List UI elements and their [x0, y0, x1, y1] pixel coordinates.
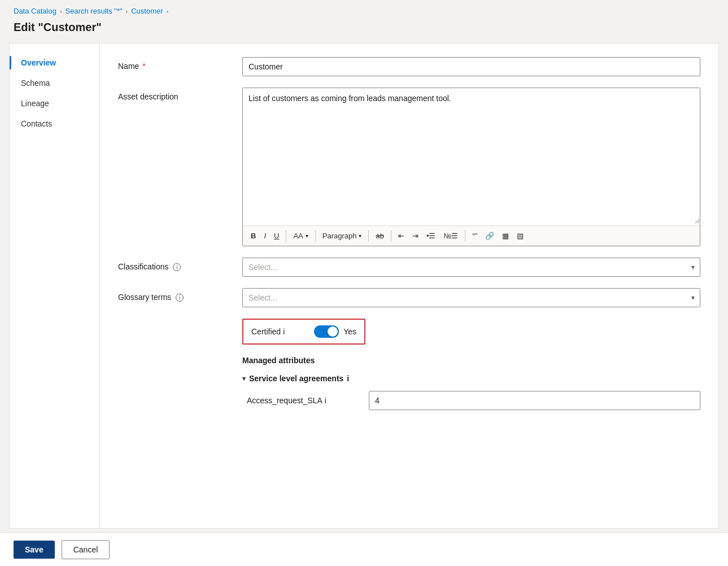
sla-row: Access_request_SLA i — [242, 391, 700, 410]
toolbar-divider-2 — [315, 230, 316, 242]
name-label: Name * — [118, 57, 242, 71]
classifications-field: Select... ▾ — [242, 258, 700, 277]
breadcrumb-data-catalog[interactable]: Data Catalog — [14, 7, 56, 15]
certified-info-icon[interactable]: i — [283, 327, 285, 336]
name-row: Name * — [118, 57, 700, 76]
toolbar-divider-4 — [391, 230, 391, 242]
classifications-row: Classifications i Select... ▾ — [118, 258, 700, 277]
sidebar-item-lineage[interactable]: Lineage — [10, 93, 99, 114]
main-container: Overview Schema Lineage Contacts Name * … — [9, 43, 719, 529]
sidebar-item-schema[interactable]: Schema — [10, 73, 99, 93]
breadcrumb-chevron-3: › — [167, 8, 169, 15]
access-request-sla-label: Access_request_SLA i — [247, 396, 360, 405]
toolbar-divider-5 — [465, 230, 465, 242]
toolbar-divider-1 — [286, 230, 286, 242]
toolbar-strikethrough[interactable]: ab — [372, 229, 387, 242]
sla-section: ▾ Service level agreements i Access_requ… — [118, 374, 700, 410]
classifications-label: Classifications i — [118, 258, 242, 271]
required-asterisk: * — [140, 62, 145, 71]
toolbar-outdent[interactable]: ⇤ — [395, 229, 408, 242]
breadcrumb-customer[interactable]: Customer — [131, 7, 163, 15]
description-label: Asset description — [118, 88, 242, 101]
classifications-select[interactable]: Select... — [242, 258, 700, 277]
save-button[interactable]: Save — [14, 541, 55, 559]
toolbar-indent[interactable]: ⇥ — [409, 229, 422, 242]
sidebar-item-overview[interactable]: Overview — [10, 53, 99, 73]
certified-label: Certified — [251, 327, 281, 336]
toolbar-insert-image[interactable]: ▦ — [499, 229, 512, 242]
breadcrumb-chevron-2: › — [126, 8, 128, 15]
toolbar-insert-table[interactable]: ▧ — [513, 229, 527, 242]
toolbar-numbered-list[interactable]: №☰ — [441, 229, 462, 242]
toolbar-bullet-list[interactable]: •☰ — [423, 229, 439, 242]
certified-yes-label: Yes — [343, 327, 356, 336]
name-input[interactable] — [242, 57, 700, 76]
glossary-terms-info-icon[interactable]: i — [176, 294, 184, 302]
classifications-info-icon[interactable]: i — [173, 263, 181, 271]
breadcrumb: Data Catalog › Search results "*" › Cust… — [0, 0, 728, 19]
sla-heading[interactable]: ▾ Service level agreements i — [242, 374, 700, 383]
sla-chevron-icon: ▾ — [242, 375, 246, 382]
toolbar-quote[interactable]: “” — [469, 229, 481, 242]
classifications-select-wrapper: Select... ▾ — [242, 258, 700, 277]
glossary-terms-label: Glossary terms i — [118, 288, 242, 302]
name-field — [242, 57, 700, 76]
certified-row: Certified i Yes — [118, 319, 700, 345]
certified-spacer — [118, 329, 242, 334]
page-title: Edit "Customer" — [0, 19, 728, 43]
toolbar-font-size[interactable]: AA ▾ — [290, 229, 311, 242]
toolbar-italic[interactable]: I — [260, 229, 269, 242]
editor-toolbar: B I U AA ▾ Paragraph ▾ ab ⇤ ⇥ — [243, 225, 700, 246]
content-area: Name * Asset description List of custome… — [100, 43, 718, 528]
description-field: List of customers as coming from leads m… — [242, 88, 700, 246]
toggle-wrapper: Yes — [314, 325, 356, 338]
access-request-sla-input[interactable] — [369, 391, 700, 410]
managed-attributes-heading: Managed attributes — [118, 356, 700, 365]
sidebar: Overview Schema Lineage Contacts — [10, 43, 100, 528]
glossary-terms-select[interactable]: Select... — [242, 288, 700, 307]
toolbar-underline[interactable]: U — [271, 229, 282, 242]
breadcrumb-chevron-1: › — [60, 8, 62, 15]
sla-info-icon[interactable]: i — [347, 374, 349, 383]
breadcrumb-search-results[interactable]: Search results "*" — [66, 7, 123, 15]
certified-highlight-box: Certified i Yes — [242, 319, 365, 345]
sidebar-item-contacts[interactable]: Contacts — [10, 114, 99, 134]
glossary-terms-select-wrapper: Select... ▾ — [242, 288, 700, 307]
sla-heading-label: Service level agreements — [249, 374, 343, 383]
footer-bar: Save Cancel — [0, 532, 728, 566]
glossary-terms-field: Select... ▾ — [242, 288, 700, 307]
certified-label-group: Certified i — [251, 327, 285, 336]
description-wrapper: List of customers as coming from leads m… — [242, 88, 700, 246]
description-row: Asset description List of customers as c… — [118, 88, 700, 246]
toolbar-bold[interactable]: B — [247, 229, 259, 242]
toolbar-link[interactable]: 🔗 — [482, 229, 498, 242]
description-textarea[interactable]: List of customers as coming from leads m… — [243, 88, 700, 224]
access-request-sla-info-icon[interactable]: i — [325, 396, 326, 405]
cancel-button[interactable]: Cancel — [62, 540, 110, 559]
toolbar-paragraph[interactable]: Paragraph ▾ — [319, 229, 365, 242]
glossary-terms-row: Glossary terms i Select... ▾ — [118, 288, 700, 307]
toolbar-divider-3 — [368, 230, 369, 242]
certified-toggle[interactable] — [314, 325, 339, 338]
toggle-slider — [314, 325, 339, 338]
